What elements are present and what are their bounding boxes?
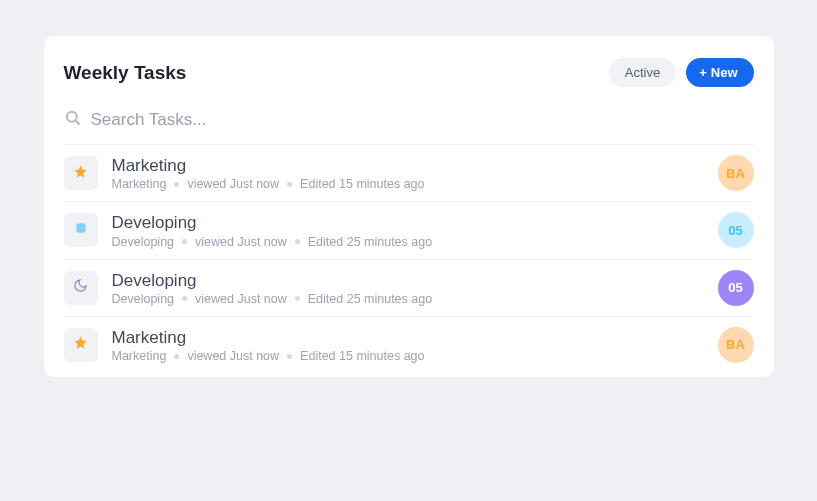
task-title: Marketing [112,155,704,176]
task-row[interactable]: Developing Developing viewed Just now Ed… [64,202,754,259]
svg-rect-2 [76,224,85,233]
svg-line-1 [75,121,78,124]
task-body: Developing Developing viewed Just now Ed… [112,212,704,248]
avatar[interactable]: BA [718,327,754,363]
avatar[interactable]: 05 [718,270,754,306]
plus-icon: + [699,66,707,79]
task-edited: Edited 25 minutes ago [308,292,432,306]
task-meta: Marketing viewed Just now Edited 15 minu… [112,177,704,191]
separator-dot [295,239,300,244]
task-viewed: viewed Just now [187,349,279,363]
task-meta: Marketing viewed Just now Edited 15 minu… [112,349,704,363]
task-edited: Edited 25 minutes ago [308,235,432,249]
task-icon-box [64,271,98,305]
separator-dot [182,296,187,301]
active-filter-label: Active [625,66,660,79]
new-task-label: New [711,66,738,79]
separator-dot [287,354,292,359]
separator-dot [174,182,179,187]
new-task-button[interactable]: + New [686,58,753,87]
separator-dot [287,182,292,187]
task-body: Marketing Marketing viewed Just now Edit… [112,155,704,191]
task-body: Marketing Marketing viewed Just now Edit… [112,327,704,363]
task-icon-box [64,213,98,247]
task-icon-box [64,328,98,362]
task-viewed: viewed Just now [195,235,287,249]
task-body: Developing Developing viewed Just now Ed… [112,270,704,306]
task-edited: Edited 15 minutes ago [300,177,424,191]
header-actions: Active + New [609,58,754,87]
search-icon [64,109,81,130]
square-icon [74,221,88,239]
separator-dot [182,239,187,244]
separator-dot [295,296,300,301]
avatar[interactable]: 05 [718,212,754,248]
star-icon [73,164,88,183]
separator-dot [174,354,179,359]
page-title: Weekly Tasks [64,62,187,84]
task-viewed: viewed Just now [187,177,279,191]
task-category: Marketing [112,177,167,191]
search-row [64,109,754,145]
avatar[interactable]: BA [718,155,754,191]
task-meta: Developing viewed Just now Edited 25 min… [112,235,704,249]
task-row[interactable]: Marketing Marketing viewed Just now Edit… [64,145,754,202]
task-meta: Developing viewed Just now Edited 25 min… [112,292,704,306]
task-icon-box [64,156,98,190]
active-filter-button[interactable]: Active [609,58,676,87]
task-title: Developing [112,212,704,233]
task-title: Marketing [112,327,704,348]
search-input[interactable] [91,110,754,130]
task-row[interactable]: Marketing Marketing viewed Just now Edit… [64,317,754,365]
moon-icon [73,278,88,297]
task-category: Marketing [112,349,167,363]
task-edited: Edited 15 minutes ago [300,349,424,363]
task-category: Developing [112,235,175,249]
task-category: Developing [112,292,175,306]
star-icon [73,335,88,354]
weekly-tasks-card: Weekly Tasks Active + New Marketing Mark [44,36,774,377]
task-row[interactable]: Developing Developing viewed Just now Ed… [64,260,754,317]
card-header: Weekly Tasks Active + New [64,58,754,87]
task-title: Developing [112,270,704,291]
task-viewed: viewed Just now [195,292,287,306]
